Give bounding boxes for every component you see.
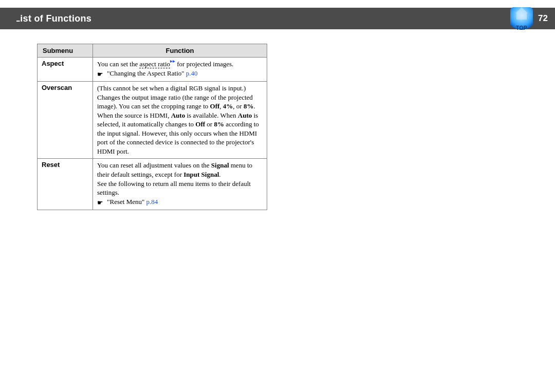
text: is available. When: [185, 111, 238, 119]
bold: 8%: [244, 102, 254, 110]
col-function: Function: [93, 44, 267, 58]
bold: Auto: [238, 111, 252, 119]
function-reset: You can reset all adjustment values on t…: [93, 159, 267, 210]
xref-page-link[interactable]: p.40: [186, 69, 198, 77]
submenu-reset: Reset: [38, 159, 93, 210]
page-title: List of Functions: [14, 13, 91, 24]
bold: Auto: [171, 111, 185, 119]
pointer-icon: ☛: [97, 198, 104, 208]
page-header: List of Functions TOP 72: [0, 8, 555, 29]
text: See the following to return all menu ite…: [97, 180, 251, 197]
bold: 4%: [223, 102, 233, 110]
header-left-pad: [0, 8, 16, 29]
functions-table: Submenu Function Aspect You can set the …: [37, 44, 267, 210]
col-submenu: Submenu: [38, 44, 93, 58]
header-right: TOP 72: [510, 7, 548, 30]
bold: Signal: [211, 161, 229, 169]
function-aspect: You can set the aspect ratio▸▸ for proje…: [93, 58, 267, 82]
content-area: Submenu Function Aspect You can set the …: [0, 29, 555, 210]
text: for projected images.: [175, 60, 233, 68]
note: (This cannot be set when a digital RGB s…: [97, 84, 246, 92]
bold: Input Signal: [183, 171, 219, 178]
submenu-aspect: Aspect: [38, 58, 93, 82]
xref-title: "Changing the Aspect Ratio": [107, 69, 186, 77]
xref-title: "Reset Menu": [107, 198, 146, 206]
table-row: Reset You can reset all adjustment value…: [38, 159, 267, 210]
house-icon: [516, 12, 527, 20]
table-header-row: Submenu Function: [38, 44, 267, 58]
page-number: 72: [538, 13, 548, 24]
glossary-link-aspect-ratio[interactable]: aspect ratio: [139, 60, 170, 68]
xref-page-link[interactable]: p.84: [146, 198, 158, 206]
table-row: Aspect You can set the aspect ratio▸▸ fo…: [38, 58, 267, 82]
top-icon-label: TOP: [510, 25, 533, 31]
bold: 8%: [214, 120, 224, 128]
text: , or: [233, 102, 244, 110]
text: .: [219, 171, 220, 178]
bold: Off: [195, 120, 205, 128]
function-overscan: (This cannot be set when a digital RGB s…: [93, 82, 267, 159]
submenu-overscan: Overscan: [38, 82, 93, 159]
text: or: [205, 120, 214, 128]
text: You can reset all adjustment values on t…: [97, 161, 211, 169]
text: You can set the: [97, 60, 139, 68]
table-row: Overscan (This cannot be set when a digi…: [38, 82, 267, 159]
top-icon[interactable]: TOP: [510, 7, 533, 30]
bold: Off: [210, 102, 220, 110]
pointer-icon: ☛: [97, 70, 104, 79]
